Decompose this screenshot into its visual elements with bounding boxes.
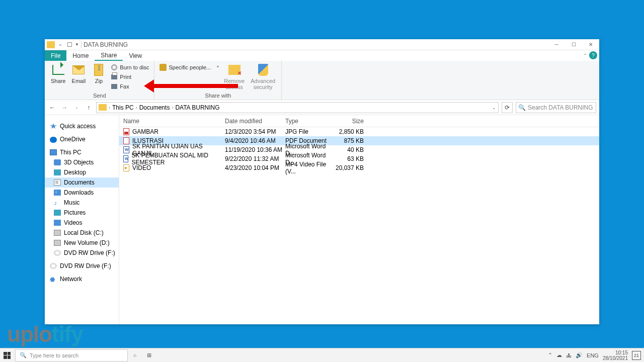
fax-button[interactable]: Fax [111,82,149,91]
remove-access-button[interactable]: Remove access [221,62,248,91]
maximize-button[interactable]: ☐ [565,39,582,50]
qat-chevron-icon[interactable]: ▼ [75,42,79,47]
network-tray-icon[interactable]: 🖧 [566,352,572,358]
explorer-window: ▫ ☐ ▼ DATA BURNING ─ ☐ ✕ File Home Share… [45,39,599,324]
search-box[interactable]: 🔍 Search DATA BURNING [516,102,596,113]
desktop-icon [54,169,61,175]
addr-dropdown-icon[interactable]: ⌄ [492,105,496,110]
file-size: 2,850 KB [334,128,369,135]
separator [81,41,82,48]
sidebar-dvd-drive[interactable]: DVD RW Drive (F:) [45,248,119,258]
pc-icon [50,149,57,155]
file-row[interactable]: GAMBAR12/3/2020 3:54 PMJPG File2,850 KB [119,127,599,136]
col-size[interactable]: Size [334,118,369,125]
col-date[interactable]: Date modified [225,118,285,125]
network-icon: ⬣ [50,276,57,282]
sidebar-music[interactable]: ♪Music [45,198,119,208]
tray-chevron-icon[interactable]: ⌃ [548,352,552,358]
clock[interactable]: 10:15 28/10/2021 [603,350,628,361]
col-type[interactable]: Type [285,118,334,125]
search-icon: 🔍 [20,352,27,358]
body: Quick access OneDrive This PC 3D Objects… [45,115,599,324]
file-size: 875 KB [334,137,369,144]
remove-access-icon [228,65,240,75]
col-name[interactable]: Name [119,118,225,125]
sidebar-new-volume[interactable]: New Volume (D:) [45,238,119,248]
crumb-current[interactable]: DATA BURNING [175,104,219,111]
file-name: SK PEMBUATAN SOAL MID SEMESTER [131,152,225,166]
email-button[interactable]: Email [68,62,89,85]
file-list: Name Date modified Type Size GAMBAR12/3/… [119,115,599,324]
print-button[interactable]: Print [111,72,149,81]
documents-icon [54,179,61,186]
qat-props-icon[interactable]: ☐ [66,41,73,48]
sidebar-quick-access[interactable]: Quick access [45,121,119,131]
taskbar: 🔍 Type here to search ○ ⊞ ⌃ ☁ 🖧 🔊 ENG 10… [0,348,644,362]
ribbon-tabs: File Home Share View ⌃ ? [45,50,599,61]
file-name: GAMBAR [132,128,158,135]
cloud-icon [50,137,57,143]
notification-button[interactable]: 21 [632,351,641,360]
taskbar-search[interactable]: 🔍 Type here to search [15,349,128,361]
folder-icon [47,41,55,48]
sidebar-network[interactable]: ⬣Network [45,274,119,284]
file-type: MP4 Video File (V... [285,161,334,175]
back-button[interactable]: ← [48,103,57,112]
sidebar-downloads[interactable]: Downloads [45,188,119,198]
ribbon: Share Email Zip Burn to disc [45,61,599,100]
crumb-documents[interactable]: Documents› [139,104,174,111]
crumb-this-pc[interactable]: This PC› [112,104,137,111]
people-icon [159,64,167,71]
group-share-with: Specific people... ▾ Remove access Advan… [154,61,282,100]
file-icon [123,128,129,135]
tab-view[interactable]: View [123,50,148,61]
3d-icon [54,159,61,165]
specific-people-button[interactable]: Specific people... [159,63,211,72]
minimize-button[interactable]: ─ [548,39,565,50]
qat-dropdown-icon[interactable]: ▫ [57,41,64,48]
language-indicator[interactable]: ENG [587,352,599,358]
sidebar-this-pc[interactable]: This PC [45,147,119,157]
help-icon[interactable]: ? [589,51,597,59]
sidebar-desktop[interactable]: Desktop [45,167,119,177]
tab-home[interactable]: Home [66,50,95,61]
print-icon [111,74,117,79]
file-row[interactable]: VIDEO4/23/2020 10:04 PMMP4 Video File (V… [119,163,599,172]
address-bar[interactable]: › This PC› Documents› DATA BURNING ⌄ [96,102,499,113]
start-button[interactable] [0,348,14,363]
file-row[interactable]: SK PEMBUATAN SOAL MID SEMESTER9/22/2020 … [119,154,599,163]
sidebar-onedrive[interactable]: OneDrive [45,134,119,144]
up-button[interactable]: ↑ [84,103,93,112]
collapse-ribbon-icon[interactable]: ⌃ [583,53,587,58]
sidebar-pictures[interactable]: Pictures [45,208,119,218]
sidebar-videos[interactable]: Videos [45,218,119,228]
file-date: 4/23/2020 10:04 PM [225,164,285,171]
file-icon [123,164,129,171]
gallery-dropdown-icon[interactable]: ▾ [217,64,219,69]
advanced-security-button[interactable]: Advanced security [248,62,278,91]
refresh-button[interactable]: ⟳ [502,102,513,113]
recent-dropdown[interactable]: ⌄ [72,103,81,112]
sidebar-dvd-drive-2[interactable]: DVD RW Drive (F:) [45,261,119,271]
tab-file[interactable]: File [45,50,66,61]
chevron-icon[interactable]: › [109,105,110,110]
cortana-button[interactable]: ○ [128,352,142,358]
tab-share[interactable]: Share [95,50,123,61]
dvd-icon [54,250,61,256]
volume-tray-icon[interactable]: 🔊 [576,352,583,358]
close-button[interactable]: ✕ [582,39,599,50]
file-size: 63 KB [334,155,369,162]
burn-to-disc-button[interactable]: Burn to disc [111,63,149,72]
forward-button[interactable]: → [60,103,69,112]
task-view-button[interactable]: ⊞ [142,352,156,358]
group-send: Share Email Zip Burn to disc [45,61,154,100]
sidebar-3d-objects[interactable]: 3D Objects [45,157,119,167]
zip-button[interactable]: Zip [89,62,109,85]
sidebar-documents[interactable]: Documents [45,177,119,188]
onedrive-tray-icon[interactable]: ☁ [556,352,562,358]
sidebar: Quick access OneDrive This PC 3D Objects… [45,115,119,324]
watermark: uplotify [7,322,83,347]
column-headers: Name Date modified Type Size [119,115,599,127]
share-button[interactable]: Share [48,62,68,85]
sidebar-local-disk[interactable]: Local Disk (C:) [45,228,119,238]
